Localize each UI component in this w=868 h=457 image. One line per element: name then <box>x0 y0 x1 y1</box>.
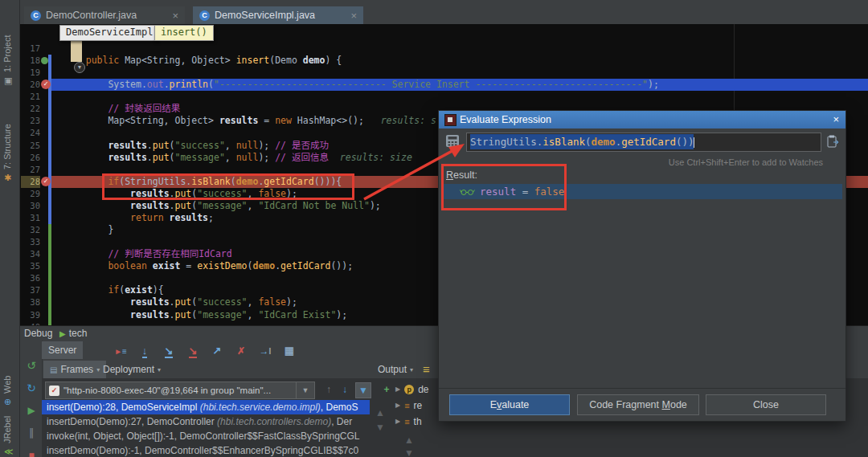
variable-row[interactable]: ▶≡th <box>395 414 422 429</box>
expand-arrow-icon[interactable]: ▶ <box>395 414 400 429</box>
stop-server-icon[interactable]: ■ <box>24 448 39 457</box>
frame-row[interactable]: insert(Demo):28, DemoServiceImpl (hbi.te… <box>42 400 370 414</box>
editor-tab-1[interactable]: CDemoController.java× <box>24 6 185 24</box>
line-number[interactable]: 34 <box>21 248 40 260</box>
stepping-toolbar: ►≡↓↘↘↗✗→I▦ <box>113 341 297 361</box>
history-icon[interactable] <box>826 134 841 149</box>
thread-selector[interactable]: ✓ "http-nio-8080-exec-40"@19,664 in grou… <box>45 382 302 399</box>
line-number[interactable]: 39 <box>21 309 40 321</box>
watches-hint: Use Ctrl+Shift+Enter to add to Watches <box>669 157 823 167</box>
method-entry-icon[interactable] <box>41 55 51 66</box>
line-number[interactable]: 24 <box>21 127 40 139</box>
toolwindow-label: Web <box>2 344 12 394</box>
evaluate-view-icon[interactable]: ▦ <box>281 343 297 359</box>
line-number[interactable]: 30 <box>21 200 40 212</box>
close-icon[interactable]: × <box>172 10 178 22</box>
line-number[interactable]: 29 <box>21 188 40 200</box>
arrow-up-icon[interactable]: ↑ <box>321 382 336 397</box>
redeploy-icon[interactable]: ↻ <box>24 381 39 395</box>
line-number[interactable]: 32 <box>21 224 40 236</box>
breakpoint-icon[interactable]: ✓ <box>41 177 51 187</box>
line-number[interactable]: 18 <box>21 55 40 67</box>
scroll-down-icon[interactable]: ▼ <box>373 420 387 435</box>
var-down-icon[interactable]: ▼ <box>402 446 416 457</box>
step-over-icon[interactable]: ↓ <box>137 343 153 359</box>
toolwindow-button-web[interactable]: Web⊕ <box>0 344 19 406</box>
web-icon: ⊕ <box>4 398 11 406</box>
expand-arrow-icon[interactable]: ▶ <box>395 382 400 397</box>
line-number[interactable]: 26 <box>21 152 40 164</box>
frame-package: (hbi.tech.service.demo.impl) <box>200 402 321 413</box>
arrow-down-icon[interactable]: ↓ <box>338 382 352 397</box>
line-number[interactable]: 37 <box>21 284 40 296</box>
close-button[interactable]: Close <box>706 394 826 415</box>
toolwindow-button-jrebel[interactable]: JRebel≪ <box>0 406 19 456</box>
tab-output[interactable]: Output▾ <box>371 361 420 378</box>
frame-row[interactable]: insertDemo(Demo):27, DemoController (hbi… <box>42 414 370 429</box>
line-number[interactable]: 19 <box>21 67 40 79</box>
line-number[interactable]: 20 <box>21 79 40 91</box>
field-icon: ≡ <box>404 414 409 429</box>
vcs-change-marker <box>48 127 51 139</box>
line-number[interactable]: 33 <box>21 236 40 248</box>
line-number[interactable]: 22 <box>21 103 40 115</box>
close-icon[interactable]: × <box>833 111 839 129</box>
evaluate-button[interactable]: Evaluate <box>449 394 570 415</box>
line-number[interactable]: 21 <box>21 91 40 103</box>
toolwindow-button--structure[interactable]: 7: Structure✱ <box>0 90 19 182</box>
line-number[interactable]: 17 <box>21 43 40 55</box>
line-number[interactable]: 38 <box>21 296 40 308</box>
run-to-cursor-icon[interactable]: →I <box>257 343 273 359</box>
expand-arrow-icon[interactable]: ▶ <box>395 398 400 413</box>
line-number[interactable]: 25 <box>21 140 40 152</box>
step-into-icon[interactable]: ↘ <box>161 343 177 359</box>
pause-program-icon[interactable]: ∥ <box>24 426 39 440</box>
close-icon[interactable]: × <box>350 10 357 22</box>
variable-row[interactable]: ▶pde <box>395 382 429 397</box>
editor-tab-2[interactable]: CDemoServiceImpl.java× <box>193 6 363 24</box>
dialog-titlebar[interactable]: Evaluate Expression × <box>439 111 845 129</box>
vcs-change-marker <box>48 115 51 127</box>
vcs-change-marker <box>48 103 51 115</box>
evaluate-expression-dialog: Evaluate Expression × StringUtils.isBlan… <box>438 110 846 422</box>
field-icon: ≡ <box>404 398 409 413</box>
vcs-change-marker <box>48 152 51 164</box>
thread-dropdown-arrow[interactable]: ▼ <box>296 382 315 399</box>
vcs-change-marker <box>48 200 51 212</box>
code-text: System.out.println("--------------------… <box>63 79 659 91</box>
filter-funnel-icon[interactable]: ▼ <box>355 382 371 398</box>
line-number[interactable]: 36 <box>21 272 40 284</box>
breakpoint-icon[interactable]: ✓ <box>41 80 51 90</box>
frame-row[interactable]: invoke(int, Object, Object[]):-1, DemoCo… <box>42 429 370 443</box>
frame-text: invoke(int, Object, Object[]):-1, DemoCo… <box>47 430 359 442</box>
frame-row[interactable]: insertDemo(Demo):-1, DemoController$$Enh… <box>42 443 370 457</box>
tab-server[interactable]: Server <box>42 341 83 359</box>
line-number[interactable]: 27 <box>21 164 40 176</box>
scroll-up-icon[interactable]: ▲ <box>373 406 387 420</box>
code-fragment-mode-button[interactable]: Code Fragment Mode <box>577 394 699 415</box>
debug-tab[interactable]: Debug <box>24 328 52 339</box>
line-number[interactable]: 28 <box>21 176 40 188</box>
frame-text: insert(Demo):28, DemoServiceImpl <box>47 402 200 413</box>
breadcrumb-chip[interactable]: insert() <box>154 25 214 41</box>
variable-row[interactable]: ▶≡re <box>395 398 422 413</box>
add-icon[interactable]: + <box>379 382 394 397</box>
rerun-server-icon[interactable]: ↺ <box>24 358 39 373</box>
force-step-into-icon[interactable]: ↘ <box>185 343 201 359</box>
hamburger-icon[interactable]: ≡ <box>423 362 430 376</box>
step-out-icon[interactable]: ↗ <box>209 343 225 359</box>
show-execution-point-icon[interactable]: ►≡ <box>113 343 129 359</box>
drop-frame-icon[interactable]: ✗ <box>233 343 249 359</box>
thread-icon: ✓ <box>49 386 59 396</box>
run-config-tab[interactable]: ▶ tech <box>59 328 87 339</box>
resume-program-icon[interactable]: ▶ <box>24 403 39 418</box>
code-text: boolean exist = existDemo(demo.getIdCard… <box>63 260 353 272</box>
tab-deployment[interactable]: Deployment▾ <box>96 361 167 378</box>
toolwindow-button--project[interactable]: 1: Project▣ <box>0 5 19 85</box>
breadcrumb-chip[interactable]: DemoServiceImpl <box>59 25 159 41</box>
line-number[interactable]: 23 <box>21 115 40 127</box>
line-number[interactable]: 31 <box>21 212 40 224</box>
line-number[interactable]: 35 <box>21 260 40 272</box>
code-text: } <box>63 224 113 236</box>
expression-input[interactable]: StringUtils.isBlank(demo.getIdCard()) <box>466 133 821 152</box>
